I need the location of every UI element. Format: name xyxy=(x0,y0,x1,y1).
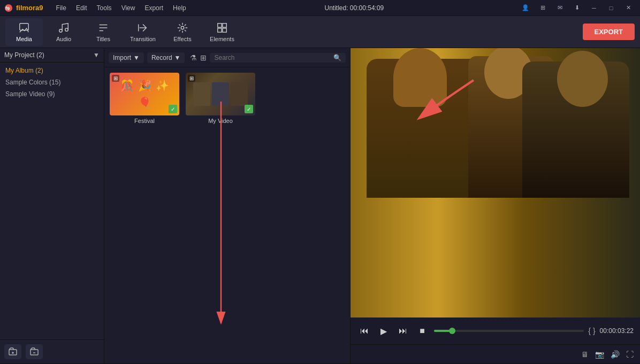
right-panel: ⏮ ▶ ⏭ ■ { } 00:00:03:22 🖥 📷 🔊 ⛶ xyxy=(351,48,640,363)
toolbar-media[interactable]: Media xyxy=(5,18,43,46)
grid-icon[interactable]: ⊞ xyxy=(535,2,550,14)
svg-text:f9: f9 xyxy=(5,6,10,11)
svg-point-4 xyxy=(65,28,68,30)
svg-rect-16 xyxy=(31,350,38,355)
panel-bottom-buttons xyxy=(0,339,104,363)
festival-check: ✓ xyxy=(169,105,177,113)
search-box: 🔍 xyxy=(210,53,346,63)
toolbar-elements[interactable]: Elements xyxy=(203,18,241,46)
menu-export[interactable]: Export xyxy=(140,3,167,13)
maximize-button[interactable]: □ xyxy=(604,2,619,14)
export-button[interactable]: EXPORT xyxy=(583,24,635,40)
snapshot-icon[interactable]: 📷 xyxy=(595,350,604,359)
tree-item-album[interactable]: My Album (2) xyxy=(0,65,104,76)
forward-button[interactable]: ⏭ xyxy=(395,323,410,338)
progress-bar[interactable] xyxy=(434,330,584,332)
play-button[interactable]: ▶ xyxy=(376,323,391,338)
toolbar-titles-label: Titles xyxy=(96,36,110,42)
close-button[interactable]: ✕ xyxy=(621,2,636,14)
svg-point-8 xyxy=(181,26,184,29)
media-grid: 🎊 🎉 ✨ 🎈 ⊞ ✓ Festival xyxy=(104,67,350,363)
expand-icon[interactable]: ▼ xyxy=(93,51,100,59)
media-item-myvideo[interactable]: ⊞ ✓ My Video xyxy=(186,73,255,124)
toolbar-media-label: Media xyxy=(16,36,32,42)
toolbar-effects[interactable]: Effects xyxy=(164,18,201,46)
profile-icon[interactable]: 👤 xyxy=(518,2,533,14)
main-area: My Project (2) ▼ My Album (2) Sample Col… xyxy=(0,48,640,363)
download-icon[interactable]: ⬇ xyxy=(569,2,584,14)
menu-file[interactable]: File xyxy=(52,3,71,13)
volume-icon[interactable]: 🔊 xyxy=(611,350,620,359)
project-tree: My Album (2) Sample Colors (15) Sample V… xyxy=(0,63,104,339)
svg-rect-10 xyxy=(223,23,226,27)
festival-icon-3: ✨ xyxy=(156,79,169,92)
prev-frame-button[interactable]: ⏮ xyxy=(357,323,372,338)
tree-item-videos[interactable]: Sample Video (9) xyxy=(0,88,104,100)
stop-button[interactable]: ■ xyxy=(415,323,430,338)
toolbar-elements-label: Elements xyxy=(210,36,234,42)
svg-point-3 xyxy=(59,29,63,32)
timecode-display: 00:00:03:22 xyxy=(600,327,634,335)
festival-icon-2: 🎉 xyxy=(138,79,151,92)
left-panel: My Project (2) ▼ My Album (2) Sample Col… xyxy=(0,48,104,363)
festival-thumbnail: 🎊 🎉 ✨ 🎈 ⊞ ✓ xyxy=(110,73,179,115)
record-dropdown-icon[interactable]: ▼ xyxy=(174,54,181,61)
myvideo-grid-icon: ⊞ xyxy=(188,75,195,82)
import-button[interactable]: Import ▼ xyxy=(109,52,144,63)
fullscreen-icon[interactable]: ⛶ xyxy=(626,350,634,359)
player-controls: ⏮ ▶ ⏭ ■ { } 00:00:03:22 xyxy=(351,317,640,344)
svg-rect-9 xyxy=(218,23,222,27)
search-input[interactable] xyxy=(214,54,331,61)
bracket-icons: { } xyxy=(588,327,595,335)
festival-icon-1: 🎊 xyxy=(120,79,134,92)
toolbar-titles[interactable]: Titles xyxy=(85,18,122,46)
grid-view-icon[interactable]: ⊞ xyxy=(200,53,207,62)
toolbar-effects-label: Effects xyxy=(173,36,191,42)
festival-label: Festival xyxy=(134,118,155,124)
video-preview xyxy=(351,48,640,317)
center-toolbar: Import ▼ Record ▼ ⚗ ⊞ 🔍 xyxy=(104,48,350,67)
myvideo-label: My Video xyxy=(208,118,233,124)
window-controls: 👤 ⊞ ✉ ⬇ ─ □ ✕ xyxy=(518,2,636,14)
festival-icon-4: 🎈 xyxy=(138,96,151,109)
window-title: Untitled: 00:00:54:09 xyxy=(191,4,518,12)
toolbar-audio[interactable]: Audio xyxy=(45,18,82,46)
myvideo-check: ✓ xyxy=(245,105,253,113)
mail-icon[interactable]: ✉ xyxy=(552,2,567,14)
menu-edit[interactable]: Edit xyxy=(72,3,92,13)
menu-view[interactable]: View xyxy=(117,3,140,13)
menu-bar: File Edit Tools View Export Help xyxy=(52,3,191,13)
toolbar: Media Audio Titles Transition Effects El… xyxy=(0,16,640,48)
filter-icon[interactable]: ⚗ xyxy=(190,53,197,62)
titlebar: f9 filmora9 File Edit Tools View Export … xyxy=(0,0,640,16)
toolbar-transition[interactable]: Transition xyxy=(124,18,162,46)
menu-tools[interactable]: Tools xyxy=(93,3,116,13)
in-point-icon[interactable]: { } xyxy=(588,327,595,335)
record-button[interactable]: Record ▼ xyxy=(147,52,185,63)
project-title: My Project (2) xyxy=(4,51,44,59)
left-panel-header: My Project (2) ▼ xyxy=(0,48,104,63)
progress-thumb xyxy=(449,328,455,334)
add-folder-button[interactable] xyxy=(4,344,21,359)
remove-folder-button[interactable] xyxy=(26,344,43,359)
svg-rect-11 xyxy=(218,28,222,32)
player-bottom-bar: 🖥 📷 🔊 ⛶ xyxy=(351,344,640,363)
svg-rect-12 xyxy=(223,28,226,32)
monitor-icon[interactable]: 🖥 xyxy=(581,350,589,359)
import-dropdown-icon[interactable]: ▼ xyxy=(133,54,140,61)
tree-item-colors[interactable]: Sample Colors (15) xyxy=(0,76,104,88)
myvideo-thumbnail: ⊞ ✓ xyxy=(186,73,255,115)
minimize-button[interactable]: ─ xyxy=(586,2,601,14)
app-logo: f9 filmora9 xyxy=(4,4,43,12)
menu-help[interactable]: Help xyxy=(169,3,191,13)
app-name: filmora9 xyxy=(16,4,43,12)
search-icon[interactable]: 🔍 xyxy=(333,54,341,61)
media-item-festival[interactable]: 🎊 🎉 ✨ 🎈 ⊞ ✓ Festival xyxy=(110,73,179,124)
toolbar-audio-label: Audio xyxy=(56,36,71,42)
center-panel: Import ▼ Record ▼ ⚗ ⊞ 🔍 🎊 xyxy=(104,48,351,363)
festival-grid-icon: ⊞ xyxy=(112,75,119,82)
toolbar-transition-label: Transition xyxy=(130,36,156,42)
